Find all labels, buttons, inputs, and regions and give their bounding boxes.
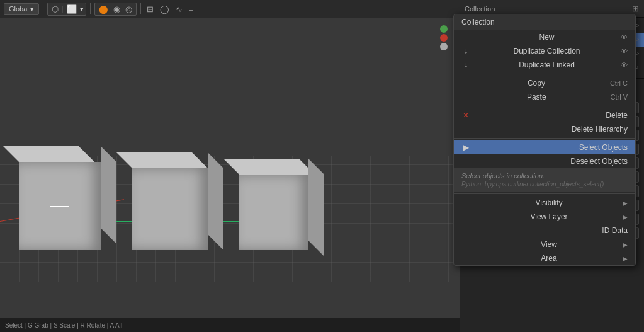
render-icon[interactable]: ◎ [123, 4, 134, 14]
global-label: Global [9, 5, 29, 13]
view-layer-arrow-icon: ▶ [623, 214, 628, 220]
material-icon[interactable]: ◉ [111, 4, 122, 14]
filter-icon[interactable]: ⊞ [632, 4, 639, 13]
delete-icon: ✕ [461, 111, 470, 120]
context-menu: Collection New 👁 ↓ Duplicate Collection … [453, 14, 636, 266]
visibility-arrow-icon: ▶ [623, 200, 628, 207]
crosshair [50, 197, 69, 215]
ctx-item-duplicate-linked[interactable]: ↓ Duplicate Linked 👁 [454, 58, 635, 72]
cube-3[interactable] [239, 175, 308, 250]
viewport-header: Global ▾ ⬡ | ⬜ ▾ ⬤ ◉ ◎ ⊞ ◯ ∿ ≡ [0, 0, 460, 18]
ctx-item-visibility[interactable]: Visibility ▶ [454, 196, 635, 210]
separator-ctx-2 [454, 106, 635, 106]
ctx-item-delete[interactable]: ✕ Delete [454, 108, 635, 122]
ctx-label-deselect-objects: Deselect Objects [570, 157, 628, 166]
navigation-gizmo [431, 25, 456, 88]
dup-col-icon: ↓ [461, 47, 470, 55]
ctx-item-area[interactable]: Area ▶ [454, 251, 635, 265]
graph-icon[interactable]: ∿ [174, 4, 184, 14]
ctx-item-delete-hierarchy[interactable]: Delete Hierarchy [454, 122, 635, 136]
viewport-shading-group: ⬤ ◉ ◎ [94, 3, 137, 16]
viewport-mode-group: ⬡ | ⬜ ▾ [47, 3, 86, 16]
eye-icon-dup-link: 👁 [621, 61, 628, 69]
link-icon[interactable]: ⬡ [50, 4, 60, 14]
separator-ctx-4 [454, 193, 635, 194]
ctx-submenu-description: Select objects in collection. Python: bp… [454, 168, 635, 192]
proportional-edit-icon[interactable]: ◯ [158, 4, 171, 14]
separator-3 [140, 3, 141, 14]
snap-icon[interactable]: ⊞ [145, 4, 155, 14]
select-icon: ▶ [461, 143, 470, 152]
area-arrow-icon: ▶ [623, 255, 628, 262]
object-mode-icon[interactable]: ⬜ [65, 4, 79, 14]
ctx-item-id-data[interactable]: ID Data [454, 224, 635, 238]
ctx-label-area: Area [541, 254, 556, 263]
cube-1[interactable] [19, 162, 101, 250]
ctx-label-dup-col: Duplicate Collection [513, 47, 580, 55]
copy-shortcut: Ctrl C [610, 79, 628, 87]
nav-dot-red[interactable] [440, 34, 448, 42]
separator-ctx-1 [454, 74, 635, 74]
separator-2 [90, 3, 91, 14]
ctx-label-paste: Paste [527, 93, 546, 101]
eye-icon-dup-col: 👁 [621, 47, 628, 55]
context-menu-title: Collection [454, 14, 635, 30]
ctx-label-delete-hierarchy: Delete Hierarchy [572, 125, 628, 134]
chevron-mode-icon[interactable]: ▾ [80, 5, 84, 13]
cube-2[interactable] [132, 168, 208, 250]
ctx-item-view[interactable]: View ▶ [454, 238, 635, 251]
ctx-label-view: View [541, 240, 557, 249]
ctx-item-copy[interactable]: Copy Ctrl C [454, 76, 635, 90]
cube-container [19, 162, 308, 250]
status-text: Select | G Grab | S Scale | R Rotate | A… [5, 322, 122, 329]
submenu-desc-text: Select objects in collection. [461, 172, 628, 180]
submenu-python-text: Python: bpy.ops.outliner.collection_obje… [461, 181, 628, 188]
ctx-item-paste[interactable]: Paste Ctrl V [454, 90, 635, 104]
ctx-label-copy: Copy [528, 79, 545, 88]
ctx-item-duplicate-collection[interactable]: ↓ Duplicate Collection 👁 [454, 44, 635, 58]
eye-icon-new: 👁 [621, 33, 628, 41]
more-icon[interactable]: ≡ [187, 4, 196, 14]
ctx-item-deselect-objects[interactable]: Deselect Objects [454, 154, 635, 168]
bottom-bar: Select | G Grab | S Scale | R Rotate | A… [0, 318, 460, 332]
paste-shortcut: Ctrl V [611, 93, 628, 101]
nav-dot-green[interactable] [440, 25, 448, 33]
solid-shading-icon[interactable]: ⬤ [97, 4, 110, 14]
outliner-title: Collection [465, 5, 495, 13]
ctx-label-dup-link: Duplicate Linked [519, 60, 575, 69]
separator-ctx-3 [454, 138, 635, 139]
ctx-label-visibility: Visibility [535, 198, 562, 207]
dup-link-icon: ↓ [461, 60, 470, 69]
ctx-item-new[interactable]: New 👁 [454, 30, 635, 44]
chevron-down-icon: ▾ [30, 5, 34, 13]
ctx-item-select-objects[interactable]: ▶ Select Objects [454, 140, 635, 154]
view-arrow-icon: ▶ [623, 241, 628, 248]
ctx-label-view-layer: View Layer [530, 212, 567, 221]
viewport: Global ▾ ⬡ | ⬜ ▾ ⬤ ◉ ◎ ⊞ ◯ ∿ ≡ Select | … [0, 0, 460, 332]
ctx-label-new: New [539, 33, 554, 42]
ctx-label-select-objects: Select Objects [579, 143, 628, 152]
ctx-label-id-data: ID Data [602, 226, 628, 235]
separator-icon: | [62, 5, 64, 13]
ctx-label-delete: Delete [606, 111, 628, 120]
nav-dot-gray[interactable] [440, 43, 448, 50]
ctx-item-view-layer[interactable]: View Layer ▶ [454, 210, 635, 224]
global-menu-button[interactable]: Global ▾ [4, 3, 39, 15]
separator-1 [43, 3, 43, 14]
